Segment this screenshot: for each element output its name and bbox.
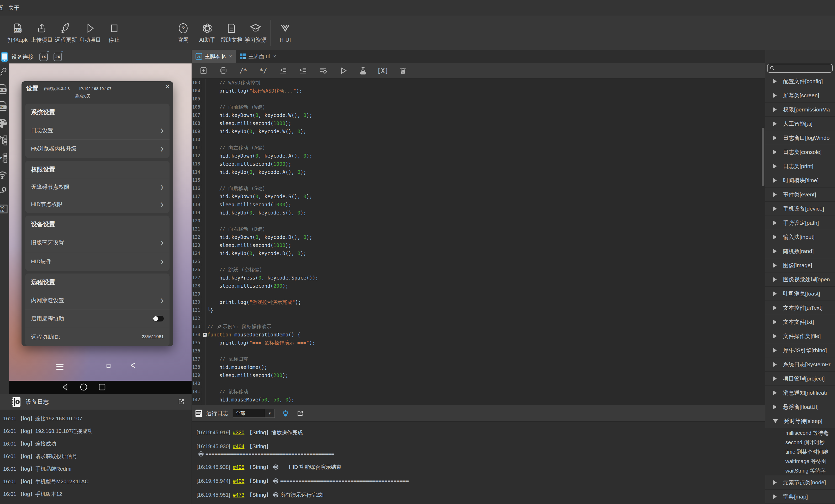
- sidebar-item[interactable]: 图像[image]: [765, 258, 835, 272]
- sidebar-sub-item[interactable]: millisecond 等待毫: [765, 428, 835, 438]
- chevron-right-icon[interactable]: [773, 79, 777, 84]
- popout-icon[interactable]: [178, 398, 185, 405]
- sidebar-item[interactable]: 项目管理[project]: [765, 372, 835, 386]
- chevron-right-icon[interactable]: [773, 192, 777, 197]
- search-input[interactable]: [775, 66, 832, 71]
- sidebar-item[interactable]: 配置文件[config]: [765, 74, 835, 88]
- clear-log-icon[interactable]: [282, 410, 289, 417]
- sidebar-item[interactable]: 随机数[rand]: [765, 244, 835, 258]
- sidebar-item[interactable]: 元素节点类[node]: [765, 476, 835, 489]
- nav-home-icon[interactable]: [79, 383, 88, 392]
- close-icon[interactable]: ×: [166, 83, 169, 90]
- settings-row[interactable]: H5浏览器内核升级›: [25, 140, 169, 158]
- sidebar-item[interactable]: 图像视觉处理[open: [765, 272, 835, 287]
- editor-toolbar-format-clean-button[interactable]: [313, 65, 333, 77]
- chevron-right-icon[interactable]: [773, 391, 777, 395]
- chevron-right-icon[interactable]: [773, 178, 777, 183]
- chevron-right-icon[interactable]: [773, 334, 777, 338]
- chevron-right-icon[interactable]: [773, 405, 777, 410]
- scale-1x-button[interactable]: 1X: [39, 53, 48, 61]
- sidebar-item[interactable]: 日志类[print]: [765, 159, 835, 173]
- nav-recents-icon[interactable]: [98, 383, 106, 392]
- chevron-right-icon[interactable]: [773, 291, 777, 296]
- chevron-right-icon[interactable]: [773, 249, 777, 254]
- toolbar-button-rocket[interactable]: 远程更新: [54, 16, 78, 50]
- settings-row[interactable]: 远程协助ID:235611961: [25, 328, 169, 346]
- palette-icon[interactable]: [0, 118, 8, 129]
- scale-2x-button[interactable]: 2X: [54, 53, 62, 61]
- settings-row[interactable]: HID节点权限›: [25, 196, 169, 213]
- yolo-icon[interactable]: YOLO: [0, 204, 8, 214]
- chevron-right-icon[interactable]: [773, 376, 777, 381]
- sidebar-sub-item[interactable]: time 到某个时间继: [765, 447, 835, 457]
- sidebar-item[interactable]: 权限[permissionMa: [765, 103, 835, 117]
- settings-row[interactable]: 旧版蓝牙设置›: [25, 233, 169, 252]
- fold-toggle-icon[interactable]: −: [203, 333, 207, 337]
- chevron-right-icon[interactable]: [773, 206, 777, 211]
- menu-item-partial[interactable]: 置: [0, 4, 3, 12]
- settings-row[interactable]: HID硬件›: [25, 252, 169, 271]
- mini-back-icon[interactable]: <: [131, 359, 136, 371]
- sidebar-item[interactable]: 文本控件[uiText]: [765, 301, 835, 315]
- close-icon[interactable]: ×: [273, 54, 276, 59]
- menu-item-about[interactable]: 关于: [6, 3, 21, 13]
- sidebar-item[interactable]: 系统日志[SystemPr: [765, 357, 835, 372]
- settings-row[interactable]: 无障碍节点权限›: [25, 178, 169, 196]
- sidebar-item[interactable]: 消息通知[notificati: [765, 386, 835, 400]
- log-index-link[interactable]: #320: [233, 429, 245, 436]
- log-index-link[interactable]: #473: [233, 492, 245, 498]
- device-screen-mirror[interactable]: 设置 内核版本:3.4.3 IP:192.168.10.107 剩余:0天 × …: [9, 63, 191, 394]
- sidebar-item[interactable]: 事件类[event]: [765, 188, 835, 202]
- chevron-down-icon[interactable]: [773, 419, 778, 423]
- log-filter-select[interactable]: 全部 ▼: [233, 409, 275, 418]
- sidebar-sub-item[interactable]: waitImage 等待图: [765, 457, 835, 466]
- sidebar-item[interactable]: 文件操作类[file]: [765, 329, 835, 343]
- mini-square-icon[interactable]: [106, 364, 110, 368]
- chevron-right-icon[interactable]: [773, 135, 777, 140]
- chevron-right-icon[interactable]: [773, 277, 777, 282]
- device-log-list[interactable]: 16:01 【log】连接192.168.10.10716:01 【log】19…: [0, 410, 191, 504]
- chevron-right-icon[interactable]: [773, 121, 777, 126]
- chevron-right-icon[interactable]: [773, 480, 777, 485]
- popout-icon[interactable]: [297, 410, 304, 417]
- xml-file-icon[interactable]: XML: [0, 101, 8, 111]
- editor-toolbar-run-button[interactable]: [333, 65, 353, 77]
- sidebar-item[interactable]: 吐司消息[toast]: [765, 287, 835, 301]
- apk-file-icon[interactable]: APK: [0, 83, 8, 94]
- editor-scrollbar[interactable]: [762, 128, 765, 186]
- toolbar-button-hui[interactable]: H-UI: [273, 16, 297, 50]
- editor-toolbar-new-file-button[interactable]: [194, 65, 213, 77]
- chevron-right-icon[interactable]: [773, 306, 777, 310]
- hamburger-icon[interactable]: [56, 364, 63, 371]
- editor-toolbar-outdent-button[interactable]: [273, 65, 293, 77]
- sidebar-item[interactable]: 文本文件[txt]: [765, 315, 835, 329]
- sidebar-item[interactable]: 屏幕类[screen]: [765, 88, 835, 103]
- usb-icon[interactable]: [0, 186, 8, 197]
- settings-row[interactable]: 内网穿透设置›: [25, 291, 169, 309]
- sidebar-item[interactable]: 输入法[input]: [765, 230, 835, 244]
- toolbar-button-apk[interactable]: APK打包apk: [5, 16, 30, 50]
- editor-toolbar-comment-close-button[interactable]: */: [253, 65, 273, 77]
- toolbar-button-openai[interactable]: AI助手: [195, 16, 219, 50]
- log-index-link[interactable]: #404: [233, 443, 245, 449]
- node-tree-d-icon[interactable]: D: [0, 152, 8, 163]
- chevron-right-icon[interactable]: [773, 348, 777, 353]
- chevron-down-icon[interactable]: ▼: [265, 409, 274, 418]
- editor-toolbar-trash-button[interactable]: [393, 65, 413, 77]
- remote-assist-toggle[interactable]: [153, 316, 164, 321]
- sidebar-item[interactable]: 手势设定[path]: [765, 216, 835, 230]
- sidebar-sub-item[interactable]: waitString 等待字: [765, 466, 835, 476]
- toolbar-button-gradcap[interactable]: 学习资源: [244, 16, 268, 50]
- tab-main-script[interactable]: JS 主脚本.js ×: [192, 50, 236, 63]
- run-log-list[interactable]: [16:19:45.919]#320【String】缩放操作完成[16:19:4…: [192, 422, 765, 504]
- sidebar-item[interactable]: 悬浮窗[floatUI]: [765, 400, 835, 414]
- editor-toolbar-print-button[interactable]: [213, 65, 233, 77]
- close-icon[interactable]: ×: [229, 54, 232, 59]
- log-index-link[interactable]: #406: [233, 478, 245, 484]
- chevron-right-icon[interactable]: [773, 107, 777, 112]
- editor-toolbar-remove-x-button[interactable]: [X]: [373, 65, 393, 77]
- toolbar-button-upload[interactable]: 上传项目: [30, 16, 54, 50]
- tab-main-ui[interactable]: 主界面.ui ×: [236, 50, 280, 63]
- wifi-icon[interactable]: [0, 169, 8, 180]
- editor-toolbar-comment-open-button[interactable]: /*: [233, 65, 253, 77]
